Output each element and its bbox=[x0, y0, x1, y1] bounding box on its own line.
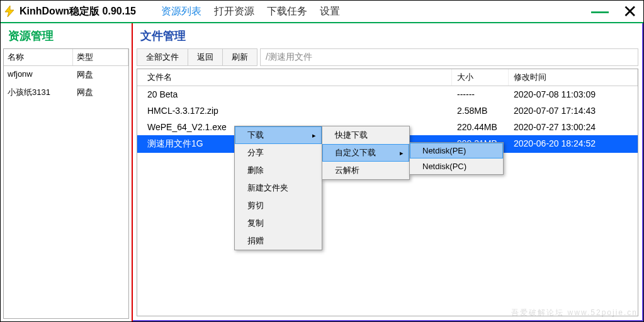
main-title: 文件管理 bbox=[133, 23, 642, 48]
file-row[interactable]: HMCL-3.3.172.zip2.58MB2020-07-07 17:14:4… bbox=[137, 103, 638, 119]
file-row[interactable]: 20 Beta------2020-07-08 11:03:09 bbox=[137, 86, 638, 103]
app-icon bbox=[3, 5, 16, 18]
svg-marker-0 bbox=[5, 6, 14, 17]
watermark: 吾爱破解论坛 www.52pojie.cn bbox=[511, 308, 638, 318]
main-menu: 资源列表 打开资源 下载任务 设置 bbox=[161, 5, 340, 18]
context-menu-item[interactable]: 捐赠 bbox=[235, 232, 322, 250]
col-header-name[interactable]: 名称 bbox=[4, 49, 73, 65]
resource-row[interactable]: 小孩纸3131 网盘 bbox=[4, 84, 128, 101]
col-header-size[interactable]: 大小 bbox=[452, 69, 509, 86]
context-submenu-custom[interactable]: Netdisk(PE)Netdisk(PC) bbox=[409, 142, 504, 175]
context-menu-item[interactable]: 复制 bbox=[235, 214, 322, 232]
file-table: 文件名 大小 修改时间 20 Beta------2020-07-08 11:0… bbox=[137, 69, 638, 316]
back-button[interactable]: 返回 bbox=[188, 48, 223, 66]
minimize-button[interactable]: — bbox=[591, 8, 609, 14]
menu-download-tasks[interactable]: 下载任务 bbox=[267, 5, 307, 18]
resource-row[interactable]: wfjonw 网盘 bbox=[4, 66, 128, 84]
context-submenu2-item[interactable]: Netdisk(PE) bbox=[410, 143, 503, 158]
context-submenu-item[interactable]: 云解析 bbox=[322, 162, 409, 179]
col-header-filename[interactable]: 文件名 bbox=[137, 69, 452, 86]
context-menu[interactable]: 下载分享删除新建文件夹剪切复制捐赠 bbox=[234, 126, 322, 250]
menu-resource-list[interactable]: 资源列表 bbox=[161, 5, 201, 18]
context-menu-item[interactable]: 删除 bbox=[235, 162, 322, 179]
col-header-type[interactable]: 类型 bbox=[73, 49, 128, 65]
titlebar: KinhDown稳定版 0.90.15 资源列表 打开资源 下载任务 设置 — … bbox=[1, 1, 643, 23]
menu-open-resource[interactable]: 打开资源 bbox=[214, 5, 254, 18]
main-panel: 文件管理 全部文件 返回 刷新 文件名 大小 修改时间 20 Beta-----… bbox=[133, 23, 643, 321]
refresh-button[interactable]: 刷新 bbox=[223, 48, 257, 66]
menu-settings[interactable]: 设置 bbox=[320, 5, 340, 18]
context-submenu-download[interactable]: 快捷下载自定义下载云解析 bbox=[322, 126, 410, 180]
path-input[interactable] bbox=[260, 48, 638, 66]
context-menu-item[interactable]: 下载 bbox=[235, 126, 322, 144]
close-button[interactable]: ✕ bbox=[619, 1, 641, 22]
context-submenu-item[interactable]: 自定义下载 bbox=[322, 144, 409, 162]
app-title: KinhDown稳定版 0.90.15 bbox=[20, 5, 136, 18]
context-menu-item[interactable]: 新建文件夹 bbox=[235, 179, 322, 197]
sidebar-title: 资源管理 bbox=[1, 23, 132, 48]
toolbar: 全部文件 返回 刷新 bbox=[133, 48, 642, 69]
context-submenu-item[interactable]: 快捷下载 bbox=[322, 126, 409, 144]
sidebar: 资源管理 名称 类型 wfjonw 网盘 小孩纸3131 网盘 bbox=[1, 23, 133, 321]
all-files-button[interactable]: 全部文件 bbox=[137, 48, 188, 66]
context-menu-item[interactable]: 剪切 bbox=[235, 197, 322, 214]
context-submenu2-item[interactable]: Netdisk(PC) bbox=[410, 158, 503, 174]
col-header-time[interactable]: 修改时间 bbox=[509, 69, 638, 86]
resource-table: 名称 类型 wfjonw 网盘 小孩纸3131 网盘 bbox=[3, 48, 129, 319]
context-menu-item[interactable]: 分享 bbox=[235, 144, 322, 162]
